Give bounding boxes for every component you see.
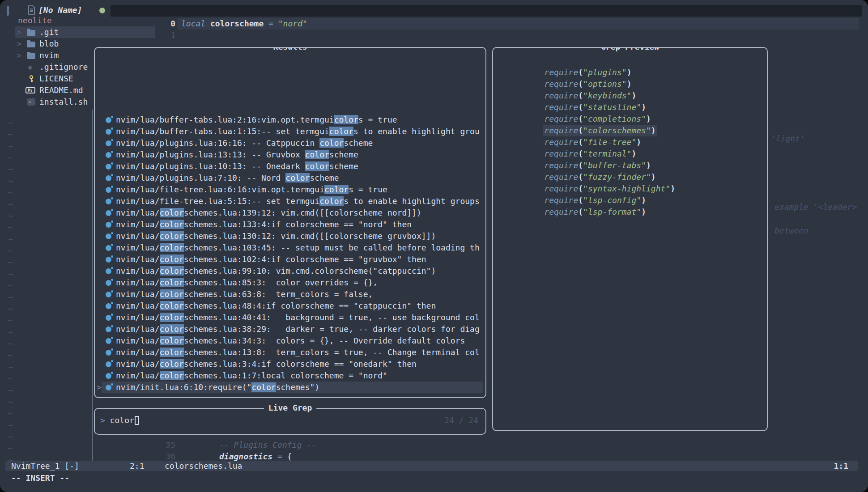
result-row[interactable]: > nvim/lua/colorschemes.lua:48:4:if colo… [95, 300, 485, 312]
statusline-cursor-pos: 2:1 [130, 461, 145, 471]
tree-item-git[interactable]: > .git [0, 26, 166, 38]
statusline-buffer-name: NvimTree_1 [-] [11, 461, 79, 471]
mode-indicator: -- INSERT -- [11, 472, 69, 484]
result-row[interactable]: > nvim/lua/colorschemes.lua:63:8: term_c… [95, 288, 485, 300]
open-brace: { [287, 452, 292, 461]
result-text: nvim/lua/colorschemes.lua:130:12: vim.cm… [116, 230, 436, 242]
result-row[interactable]: > nvim/lua/plugins.lua:13:13: -- Gruvbox… [95, 149, 485, 161]
result-row[interactable]: > nvim/lua/colorschemes.lua:34:3: colors… [95, 335, 485, 347]
result-text: nvim/lua/buffer-tabs.lua:2:16:vim.opt.te… [116, 114, 397, 126]
key-icon [28, 75, 34, 86]
module-string: "lsp-format" [583, 207, 641, 216]
lua-file-icon [106, 385, 111, 390]
result-row[interactable]: > nvim/lua/file-tree.lua:5:15:-- set ter… [95, 195, 485, 207]
result-text: nvim/lua/colorschemes.lua:99:10: vim.cmd… [116, 265, 436, 277]
match-highlight: color [305, 150, 329, 159]
buffer-line-35: -- Plugins Config -- [219, 439, 316, 451]
result-row[interactable]: > nvim/lua/file-tree.lua:6:16:vim.opt.te… [95, 184, 485, 195]
chevron-right-icon[interactable]: > [17, 26, 21, 38]
result-row[interactable]: > nvim/lua/colorschemes.lua:103:45: -- s… [95, 242, 485, 254]
tabline-background [111, 5, 862, 17]
tree-item-label: LICENSE [39, 73, 73, 85]
results-panel: Results > nvim/lua/buffer-tabs.lua:2:16:… [94, 47, 486, 398]
tree-root[interactable]: neolite [0, 15, 166, 26]
string-literal: "nord" [278, 19, 307, 28]
lua-file-icon [106, 292, 111, 297]
chevron-right-icon[interactable]: > [17, 38, 21, 50]
result-row[interactable]: > nvim/lua/colorschemes.lua:99:10: vim.c… [95, 265, 485, 277]
result-row[interactable]: > nvim/lua/colorschemes.lua:1:7:local co… [95, 370, 485, 382]
lua-file-icon [106, 129, 111, 135]
live-grep-title: Live Grep [264, 402, 317, 414]
result-row[interactable]: > nvim/lua/colorschemes.lua:130:12: vim.… [95, 230, 485, 242]
result-row[interactable]: > nvim/lua/plugins.lua:10:13: -- Onedark… [95, 161, 485, 172]
tree-root-label: neolite [18, 15, 52, 26]
preview-line[interactable]: require("options") [494, 67, 767, 78]
match-highlight: color [160, 231, 184, 241]
result-row[interactable]: > nvim/lua/colorschemes.lua:40:41: backg… [95, 312, 485, 323]
result-text: nvim/lua/colorschemes.lua:139:12: vim.cm… [116, 207, 421, 219]
result-row[interactable]: > nvim/lua/buffer-tabs.lua:2:16:vim.opt.… [95, 114, 485, 126]
result-row[interactable]: > nvim/lua/colorschemes.lua:102:4:if col… [95, 254, 485, 265]
lua-file-icon [106, 117, 111, 123]
lua-file-icon [106, 199, 111, 204]
window-separator[interactable] [92, 110, 93, 461]
preview-line[interactable]: require("keybinds") [494, 78, 767, 90]
preview-line[interactable]: require("plugins") [494, 55, 767, 67]
result-row[interactable]: > nvim/lua/colorschemes.lua:38:29: darke… [95, 323, 485, 335]
lua-file-icon [106, 175, 111, 181]
result-row[interactable]: > nvim/lua/buffer-tabs.lua:1:15:-- set t… [95, 126, 485, 137]
result-row[interactable]: > nvim/init.lua:6:10:require("colorschem… [95, 382, 485, 393]
markdown-icon: M↓ [26, 87, 35, 93]
match-highlight: color [160, 220, 184, 229]
preview-line[interactable]: require("terminal") [494, 136, 767, 148]
result-text: nvim/lua/colorschemes.lua:103:45: -- set… [116, 242, 480, 254]
lua-file-icon [106, 327, 111, 332]
result-row[interactable]: > nvim/lua/colorschemes.lua:133:4:if col… [95, 219, 485, 230]
match-highlight: color [160, 208, 184, 217]
preview-line[interactable]: require("lsp-format") [494, 195, 767, 206]
result-row[interactable]: > nvim/lua/colorschemes.lua:85:3: color_… [95, 277, 485, 288]
preview-line[interactable]: require("lsp-config") [494, 183, 767, 195]
preview-line[interactable]: require("syntax-highlight") [494, 171, 767, 183]
buffer-line-0: local colorscheme = "nord" [181, 18, 307, 30]
result-row[interactable]: > nvim/lua/plugins.lua:7:10: -- Nord col… [95, 172, 485, 184]
match-highlight: color [160, 371, 184, 380]
result-row[interactable]: > nvim/lua/colorschemes.lua:139:12: vim.… [95, 207, 485, 219]
folder-icon [27, 30, 35, 36]
statusline: NvimTree_1 [-] 2:1 colorschemes.lua 1:1 [5, 461, 858, 471]
tree-item-label: install.sh [39, 96, 88, 108]
lua-file-icon [106, 350, 111, 356]
lua-file-icon [106, 245, 111, 251]
lua-file-icon [106, 303, 111, 309]
operator: = [268, 19, 273, 28]
result-row[interactable]: > nvim/lua/colorschemes.lua:13:8: term_c… [95, 347, 485, 358]
result-text: nvim/lua/plugins.lua:7:10: -- Nord color… [116, 172, 339, 184]
match-highlight: color [334, 115, 358, 124]
line-number-35: 35 [152, 439, 175, 451]
match-highlight: color [160, 278, 184, 287]
variable-name: diagnostics [219, 452, 272, 461]
live-grep-input[interactable]: > color [100, 415, 139, 426]
preview-line[interactable]: require("colorschemes") [494, 113, 767, 125]
variable-name: colorscheme [210, 19, 264, 28]
open-paren: ( [578, 207, 583, 216]
tree-item-label: .git [39, 26, 59, 38]
result-text: nvim/lua/colorschemes.lua:34:3: colors =… [116, 335, 465, 347]
preview-line[interactable]: require("buffer-tabs") [494, 148, 767, 160]
preview-line[interactable]: require("file-tree") [494, 125, 767, 136]
lua-file-icon [106, 233, 111, 239]
match-highlight: color [160, 243, 184, 252]
match-counter: 24 / 24 [444, 415, 478, 426]
result-text: nvim/lua/colorschemes.lua:3:4:if colorsc… [116, 358, 417, 370]
result-row[interactable]: > nvim/lua/colorschemes.lua:3:4:if color… [95, 358, 485, 370]
result-row[interactable]: > nvim/lua/plugins.lua:16:16: -- Catppuc… [95, 137, 485, 149]
preview-line[interactable]: require("statusline") [494, 90, 767, 102]
match-highlight: color [319, 196, 344, 206]
match-highlight: color [305, 161, 329, 171]
prompt-caret-icon: > [100, 416, 105, 425]
chevron-right-icon[interactable]: > [17, 50, 21, 61]
lua-file-icon [106, 280, 111, 286]
preview-line[interactable]: require("completions") [494, 102, 767, 113]
preview-line[interactable]: require("fuzzy-finder") [494, 160, 767, 171]
